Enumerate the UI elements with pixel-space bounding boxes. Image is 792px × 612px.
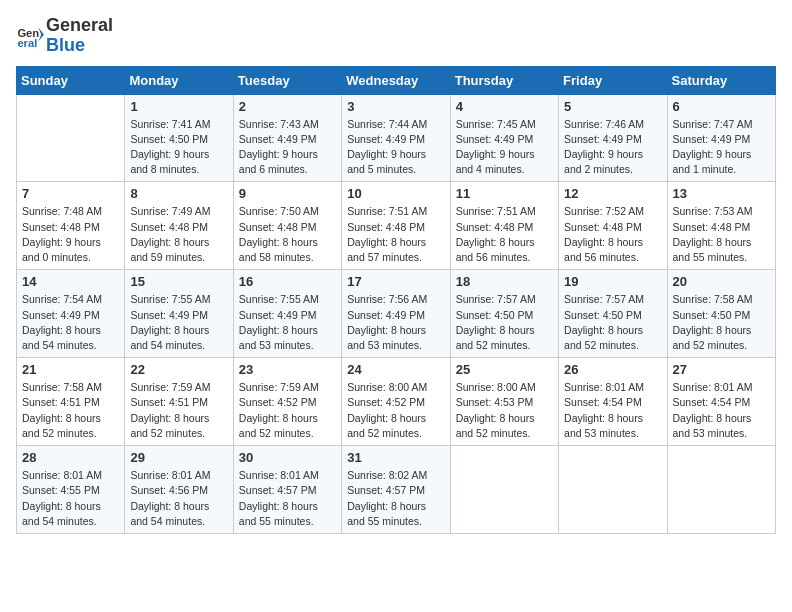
day-cell: 17Sunrise: 7:56 AMSunset: 4:49 PMDayligh… [342, 270, 450, 358]
logo-icon: Gen eral [16, 22, 44, 50]
day-number: 19 [564, 274, 661, 289]
day-cell: 24Sunrise: 8:00 AMSunset: 4:52 PMDayligh… [342, 358, 450, 446]
day-number: 12 [564, 186, 661, 201]
day-number: 6 [673, 99, 770, 114]
day-info: Sunrise: 7:55 AMSunset: 4:49 PMDaylight:… [239, 292, 336, 353]
day-number: 2 [239, 99, 336, 114]
day-cell: 26Sunrise: 8:01 AMSunset: 4:54 PMDayligh… [559, 358, 667, 446]
day-number: 18 [456, 274, 553, 289]
day-info: Sunrise: 8:01 AMSunset: 4:56 PMDaylight:… [130, 468, 227, 529]
day-number: 25 [456, 362, 553, 377]
day-cell: 18Sunrise: 7:57 AMSunset: 4:50 PMDayligh… [450, 270, 558, 358]
weekday-sunday: Sunday [17, 66, 125, 94]
week-row-1: 1Sunrise: 7:41 AMSunset: 4:50 PMDaylight… [17, 94, 776, 182]
day-cell: 20Sunrise: 7:58 AMSunset: 4:50 PMDayligh… [667, 270, 775, 358]
day-number: 14 [22, 274, 119, 289]
day-cell: 19Sunrise: 7:57 AMSunset: 4:50 PMDayligh… [559, 270, 667, 358]
day-cell: 22Sunrise: 7:59 AMSunset: 4:51 PMDayligh… [125, 358, 233, 446]
week-row-4: 21Sunrise: 7:58 AMSunset: 4:51 PMDayligh… [17, 358, 776, 446]
calendar-table: SundayMondayTuesdayWednesdayThursdayFrid… [16, 66, 776, 534]
day-cell: 21Sunrise: 7:58 AMSunset: 4:51 PMDayligh… [17, 358, 125, 446]
day-cell: 15Sunrise: 7:55 AMSunset: 4:49 PMDayligh… [125, 270, 233, 358]
day-cell [667, 446, 775, 534]
day-number: 9 [239, 186, 336, 201]
day-number: 8 [130, 186, 227, 201]
weekday-monday: Monday [125, 66, 233, 94]
weekday-header-row: SundayMondayTuesdayWednesdayThursdayFrid… [17, 66, 776, 94]
day-info: Sunrise: 7:53 AMSunset: 4:48 PMDaylight:… [673, 204, 770, 265]
day-info: Sunrise: 8:01 AMSunset: 4:57 PMDaylight:… [239, 468, 336, 529]
day-number: 20 [673, 274, 770, 289]
day-number: 5 [564, 99, 661, 114]
day-number: 29 [130, 450, 227, 465]
day-info: Sunrise: 7:55 AMSunset: 4:49 PMDaylight:… [130, 292, 227, 353]
svg-marker-2 [38, 27, 44, 41]
day-cell: 12Sunrise: 7:52 AMSunset: 4:48 PMDayligh… [559, 182, 667, 270]
day-cell: 10Sunrise: 7:51 AMSunset: 4:48 PMDayligh… [342, 182, 450, 270]
day-info: Sunrise: 7:47 AMSunset: 4:49 PMDaylight:… [673, 117, 770, 178]
day-cell: 8Sunrise: 7:49 AMSunset: 4:48 PMDaylight… [125, 182, 233, 270]
day-info: Sunrise: 7:56 AMSunset: 4:49 PMDaylight:… [347, 292, 444, 353]
day-info: Sunrise: 7:50 AMSunset: 4:48 PMDaylight:… [239, 204, 336, 265]
page-header: Gen eral GeneralBlue [16, 16, 776, 56]
week-row-2: 7Sunrise: 7:48 AMSunset: 4:48 PMDaylight… [17, 182, 776, 270]
day-info: Sunrise: 8:00 AMSunset: 4:52 PMDaylight:… [347, 380, 444, 441]
calendar-body: 1Sunrise: 7:41 AMSunset: 4:50 PMDaylight… [17, 94, 776, 533]
day-cell: 5Sunrise: 7:46 AMSunset: 4:49 PMDaylight… [559, 94, 667, 182]
day-number: 30 [239, 450, 336, 465]
day-info: Sunrise: 7:54 AMSunset: 4:49 PMDaylight:… [22, 292, 119, 353]
day-cell: 2Sunrise: 7:43 AMSunset: 4:49 PMDaylight… [233, 94, 341, 182]
day-info: Sunrise: 7:52 AMSunset: 4:48 PMDaylight:… [564, 204, 661, 265]
day-cell: 28Sunrise: 8:01 AMSunset: 4:55 PMDayligh… [17, 446, 125, 534]
logo: Gen eral GeneralBlue [16, 16, 113, 56]
svg-text:eral: eral [17, 37, 37, 49]
day-info: Sunrise: 8:01 AMSunset: 4:54 PMDaylight:… [564, 380, 661, 441]
day-number: 1 [130, 99, 227, 114]
day-number: 10 [347, 186, 444, 201]
day-info: Sunrise: 8:02 AMSunset: 4:57 PMDaylight:… [347, 468, 444, 529]
day-cell: 30Sunrise: 8:01 AMSunset: 4:57 PMDayligh… [233, 446, 341, 534]
day-info: Sunrise: 7:58 AMSunset: 4:51 PMDaylight:… [22, 380, 119, 441]
day-number: 16 [239, 274, 336, 289]
day-cell: 31Sunrise: 8:02 AMSunset: 4:57 PMDayligh… [342, 446, 450, 534]
weekday-saturday: Saturday [667, 66, 775, 94]
weekday-tuesday: Tuesday [233, 66, 341, 94]
day-cell: 1Sunrise: 7:41 AMSunset: 4:50 PMDaylight… [125, 94, 233, 182]
day-info: Sunrise: 7:41 AMSunset: 4:50 PMDaylight:… [130, 117, 227, 178]
day-info: Sunrise: 7:51 AMSunset: 4:48 PMDaylight:… [456, 204, 553, 265]
day-cell: 7Sunrise: 7:48 AMSunset: 4:48 PMDaylight… [17, 182, 125, 270]
day-cell: 13Sunrise: 7:53 AMSunset: 4:48 PMDayligh… [667, 182, 775, 270]
day-number: 22 [130, 362, 227, 377]
day-cell: 27Sunrise: 8:01 AMSunset: 4:54 PMDayligh… [667, 358, 775, 446]
day-info: Sunrise: 7:57 AMSunset: 4:50 PMDaylight:… [564, 292, 661, 353]
weekday-wednesday: Wednesday [342, 66, 450, 94]
day-info: Sunrise: 7:43 AMSunset: 4:49 PMDaylight:… [239, 117, 336, 178]
day-info: Sunrise: 7:46 AMSunset: 4:49 PMDaylight:… [564, 117, 661, 178]
day-number: 28 [22, 450, 119, 465]
day-cell: 3Sunrise: 7:44 AMSunset: 4:49 PMDaylight… [342, 94, 450, 182]
week-row-5: 28Sunrise: 8:01 AMSunset: 4:55 PMDayligh… [17, 446, 776, 534]
day-info: Sunrise: 7:59 AMSunset: 4:52 PMDaylight:… [239, 380, 336, 441]
day-number: 17 [347, 274, 444, 289]
day-cell: 11Sunrise: 7:51 AMSunset: 4:48 PMDayligh… [450, 182, 558, 270]
day-cell: 16Sunrise: 7:55 AMSunset: 4:49 PMDayligh… [233, 270, 341, 358]
day-info: Sunrise: 7:59 AMSunset: 4:51 PMDaylight:… [130, 380, 227, 441]
day-cell: 23Sunrise: 7:59 AMSunset: 4:52 PMDayligh… [233, 358, 341, 446]
logo-text: GeneralBlue [46, 16, 113, 56]
day-cell: 6Sunrise: 7:47 AMSunset: 4:49 PMDaylight… [667, 94, 775, 182]
day-info: Sunrise: 7:57 AMSunset: 4:50 PMDaylight:… [456, 292, 553, 353]
day-info: Sunrise: 7:48 AMSunset: 4:48 PMDaylight:… [22, 204, 119, 265]
day-info: Sunrise: 8:01 AMSunset: 4:54 PMDaylight:… [673, 380, 770, 441]
day-number: 27 [673, 362, 770, 377]
day-number: 4 [456, 99, 553, 114]
day-cell: 25Sunrise: 8:00 AMSunset: 4:53 PMDayligh… [450, 358, 558, 446]
day-info: Sunrise: 8:01 AMSunset: 4:55 PMDaylight:… [22, 468, 119, 529]
weekday-friday: Friday [559, 66, 667, 94]
day-cell [559, 446, 667, 534]
day-number: 13 [673, 186, 770, 201]
day-info: Sunrise: 8:00 AMSunset: 4:53 PMDaylight:… [456, 380, 553, 441]
day-cell: 29Sunrise: 8:01 AMSunset: 4:56 PMDayligh… [125, 446, 233, 534]
day-number: 21 [22, 362, 119, 377]
day-info: Sunrise: 7:49 AMSunset: 4:48 PMDaylight:… [130, 204, 227, 265]
day-number: 24 [347, 362, 444, 377]
